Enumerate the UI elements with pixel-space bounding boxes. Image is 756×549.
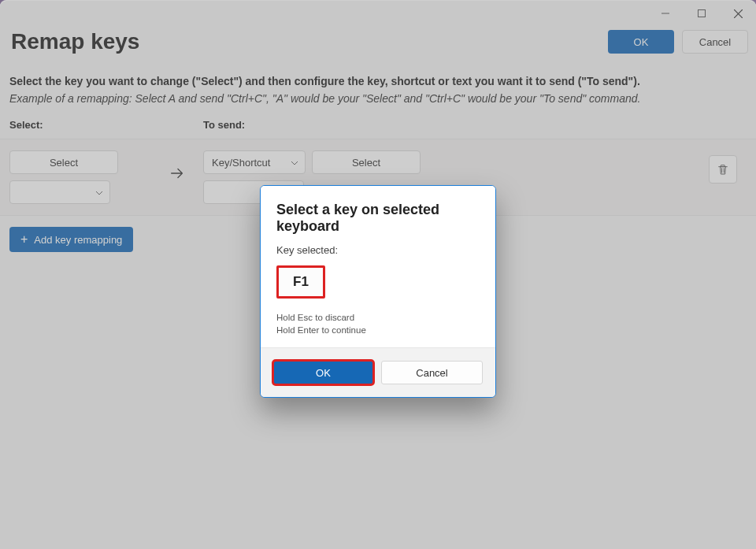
select-key-dialog: Select a key on selected keyboard Key se… [260, 185, 496, 398]
dialog-ok-button[interactable]: OK [273, 361, 373, 384]
dialog-title: Select a key on selected keyboard [276, 202, 480, 235]
dialog-hint-discard: Hold Esc to discard [276, 311, 480, 324]
dialog-key-label: Key selected: [276, 244, 480, 256]
dialog-hint-continue: Hold Enter to continue [276, 324, 480, 336]
selected-key-display: F1 [276, 265, 325, 299]
dialog-cancel-button[interactable]: Cancel [381, 361, 483, 384]
